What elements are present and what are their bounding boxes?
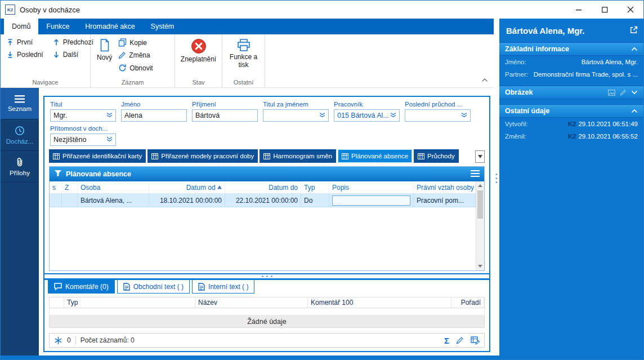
copy-record-button[interactable]: Kopie (115, 36, 155, 49)
sidebar-item-prilohy[interactable]: Přílohy (1, 151, 39, 183)
table-edit-icon[interactable] (471, 336, 480, 345)
combo-dropdown-icon[interactable] (319, 112, 325, 119)
close-button[interactable] (618, 1, 643, 19)
column-header-datum-do[interactable]: Datum do (225, 181, 301, 193)
filter-funnel-icon[interactable] (54, 170, 62, 179)
cell-s (50, 194, 62, 207)
tab-harmonogram-smen[interactable]: Harmonogram směn (260, 149, 336, 163)
tab-pruchody[interactable]: Průchody (414, 149, 459, 163)
field-pracovnik: Pracovník 015 Bártová Al... (334, 101, 400, 122)
next-record-label: Další (63, 51, 78, 59)
last-record-label: Poslední (17, 51, 43, 59)
grid-menu-icon[interactable] (471, 170, 480, 179)
tab-prirazene-modely-pracovni-doby[interactable]: Přiřazené modely pracovní doby (147, 149, 258, 163)
tab-obchodni-text[interactable]: Obchodní text ( ) (117, 280, 190, 294)
chevron-up-icon (631, 109, 638, 113)
edit-record-button[interactable]: Změna (115, 49, 155, 61)
section-header-zakladni-informace[interactable]: Základní informace (499, 42, 643, 56)
invalidate-button[interactable]: Zneplatnění (177, 36, 220, 66)
combo-dropdown-icon[interactable] (106, 112, 113, 119)
table-row[interactable]: Bártová Alena, ... 18.10.2021 00:00:00 2… (50, 194, 476, 207)
horizontal-splitter[interactable] (44, 273, 489, 280)
field-titul-za-jmenem-input[interactable] (263, 109, 329, 122)
ribbon-tab-funkce[interactable]: Funkce (38, 19, 77, 34)
scroll-thumb[interactable] (477, 190, 483, 219)
column-header-datum-od[interactable]: Datum od (149, 181, 225, 193)
first-record-button[interactable]: První (3, 36, 46, 48)
column-header-typ[interactable]: Typ (64, 297, 195, 308)
status-bar: 0 Počet záznamů: 0 Σ (49, 333, 485, 348)
edit-pencil-icon[interactable] (456, 336, 464, 344)
column-header-z[interactable]: Z (62, 181, 78, 193)
sidebar-item-dochazka[interactable]: Docház... (1, 119, 39, 151)
scroll-down-button[interactable] (476, 262, 484, 270)
column-header-osoba[interactable]: Osoba (78, 181, 149, 193)
chevron-up-icon (481, 78, 488, 82)
row-value: K229.10.2021 06:51:49 (527, 121, 638, 127)
field-pritomnost-label[interactable]: Přítomnost v doch... (50, 125, 116, 132)
functions-print-button[interactable]: Funkce a tisk (226, 36, 261, 72)
field-pracovnik-input[interactable]: 015 Bártová Al... (334, 109, 400, 122)
previous-record-button[interactable]: Předchozí (50, 36, 96, 48)
field-posledni-pruchod-input[interactable] (405, 109, 471, 122)
ribbon-tab-system[interactable]: Systém (143, 19, 182, 34)
section-header-obrazek[interactable]: Obrázek (499, 86, 643, 99)
tab-komentare[interactable]: Komentáře (0) (48, 280, 115, 294)
grid-vertical-scrollbar[interactable] (476, 181, 484, 270)
last-record-button[interactable]: Poslední (3, 48, 46, 61)
tab-label: Přiřazené identifikační karty (62, 153, 142, 159)
field-titul-za-jmenem: Titul za jménem (263, 101, 329, 122)
ribbon-group-stav: Zneplatnění Stav (175, 34, 222, 87)
window-controls (566, 1, 643, 19)
cell-popis-focused[interactable] (329, 194, 414, 207)
vertical-splitter[interactable] (494, 19, 499, 355)
tab-interni-text[interactable]: Interní text ( ) (192, 280, 254, 294)
field-pritomnost: Přítomnost v doch... Nezjištěno (50, 125, 116, 146)
copy-icon (118, 38, 127, 47)
refresh-record-button[interactable]: Obnovit (115, 61, 155, 74)
minimize-icon (576, 7, 582, 13)
field-jmeno-input[interactable]: Alena (121, 109, 187, 122)
open-in-window-icon[interactable] (629, 26, 638, 37)
column-header-komentar[interactable]: Komentář 100 (308, 297, 451, 308)
printer-icon (236, 38, 251, 52)
column-header-nazev[interactable]: Název (195, 297, 308, 308)
new-record-button[interactable]: Nový (93, 36, 115, 64)
maximize-button[interactable] (592, 1, 618, 19)
column-header-s[interactable]: s (50, 181, 62, 193)
arrow-up-bar-icon (6, 38, 14, 46)
column-header-select[interactable] (50, 297, 64, 308)
field-pritomnost-input[interactable]: Nezjištěno (50, 134, 116, 146)
combo-dropdown-icon[interactable] (106, 136, 113, 144)
combo-dropdown-icon[interactable] (390, 112, 396, 119)
tab-prirazene-identifikacni-karty[interactable]: Přiřazené identifikační karty (49, 149, 146, 163)
column-header-popis[interactable]: Popis (329, 181, 414, 193)
tab-overflow-button[interactable] (475, 150, 485, 163)
copy-record-label: Kopie (129, 39, 147, 47)
sidebar-item-seznam[interactable]: Seznam (1, 88, 39, 119)
ribbon-tab-hromadne-akce[interactable]: Hromadné akce (77, 19, 142, 34)
column-header-pravni-vztah[interactable]: Právní vztah osoby (414, 181, 476, 193)
scroll-up-button[interactable] (476, 181, 484, 190)
ribbon-collapse-button[interactable] (481, 74, 488, 85)
settings-asterisk-icon[interactable] (54, 336, 62, 345)
field-titul-input[interactable]: Mgr. (50, 109, 116, 122)
next-record-button[interactable]: Další (50, 48, 96, 61)
minimize-button[interactable] (566, 1, 592, 19)
scroll-track[interactable] (476, 190, 484, 262)
row-value: Demonstrační firma Trade, spol. s ... (528, 71, 638, 78)
combo-dropdown-icon[interactable] (461, 112, 467, 119)
column-header-poradi[interactable]: Pořadí (451, 297, 484, 308)
ribbon-tab-domu[interactable]: Domů (4, 19, 38, 34)
sum-icon[interactable]: Σ (444, 336, 449, 345)
column-header-typ[interactable]: Typ (301, 181, 329, 193)
section-header-ostatni-udaje[interactable]: Ostatní údaje (499, 104, 643, 118)
app-icon: K2 (5, 5, 15, 15)
field-prijmeni-input[interactable]: Bártová (192, 109, 258, 122)
field-jmeno-value: Alena (124, 112, 184, 119)
person-form: Titul Mgr. Jméno Alena (44, 97, 489, 147)
tab-planovane-absence[interactable]: Plánované absence (338, 149, 412, 163)
clock-icon (15, 126, 25, 136)
functions-print-label: Funkce a tisk (230, 54, 258, 69)
field-titul-value: Mgr. (53, 112, 106, 119)
